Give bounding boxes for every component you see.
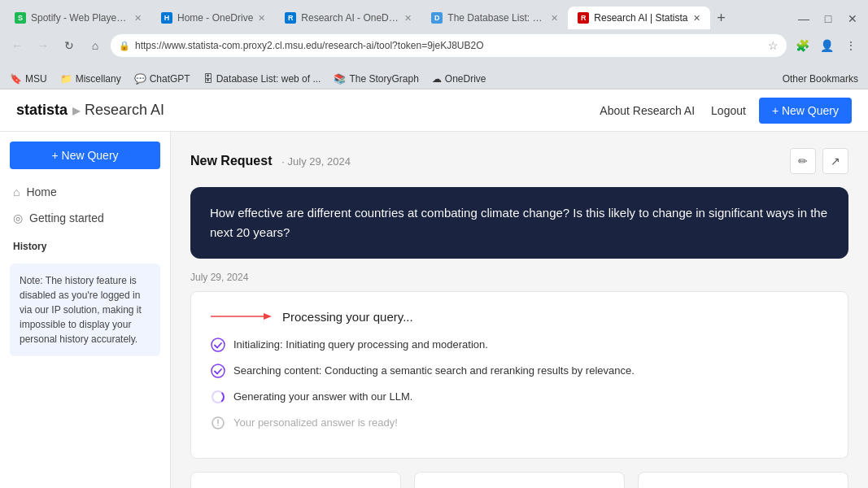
app-container: statista ▸ Research AI About Research AI… <box>0 89 868 488</box>
bookmark-storygraph-label: The StoryGraph <box>349 73 418 85</box>
reload-button[interactable]: ↻ <box>59 35 80 56</box>
toolbar-icons: 🧩 👤 ⋮ <box>792 35 861 56</box>
brand-product: Research AI <box>85 102 164 119</box>
bookmark-chatgpt-label: ChatGPT <box>150 73 190 85</box>
bookmark-miscellany[interactable]: 📁 Miscellany <box>57 72 124 86</box>
sidebar-item-home[interactable]: ⌂ Home <box>0 179 170 205</box>
sidebar-home-label: Home <box>26 185 56 198</box>
bookmark-chatgpt[interactable]: 💬 ChatGPT <box>131 72 194 86</box>
logout-link[interactable]: Logout <box>711 104 746 117</box>
tab-research-ai-onedrive-title: Research AI - OneDrive <box>301 12 399 24</box>
bookmark-storygraph-icon: 📚 <box>334 73 346 85</box>
step-4: Your personalized answer is ready! <box>211 416 828 434</box>
request-date: · July 29, 2024 <box>281 155 351 168</box>
processing-header: Processing your query... <box>211 308 828 325</box>
loading-card-1 <box>190 472 401 488</box>
other-bookmarks-label: Other Bookmarks <box>783 73 858 85</box>
browser-chrome: S Spotify - Web Player: Music fo... ✕ H … <box>0 0 868 68</box>
loading-card-3 <box>638 472 848 488</box>
request-title-container: New Request · July 29, 2024 <box>190 154 351 168</box>
bookmark-onedrive[interactable]: ☁ OneDrive <box>429 72 490 86</box>
tab-onedrive-home-title: Home - OneDrive <box>177 12 253 24</box>
processing-card: Processing your query... Initializing: I… <box>190 291 848 459</box>
maximize-button[interactable]: □ <box>818 8 839 29</box>
tab-onedrive-home-close[interactable]: ✕ <box>258 13 265 24</box>
step-3-loading-icon <box>211 390 225 407</box>
content-area: New Request · July 29, 2024 ✏ ↗ How effe… <box>171 132 868 488</box>
tab-research-ai-onedrive[interactable]: R Research AI - OneDrive ✕ <box>275 7 421 29</box>
forward-button[interactable]: → <box>33 35 54 56</box>
profile-icon[interactable]: 👤 <box>816 35 837 56</box>
home-icon: ⌂ <box>13 185 20 198</box>
sidebar-new-query-container: + New Query <box>10 142 160 169</box>
step-4-pending-icon <box>211 416 225 434</box>
arrow-graphic <box>211 308 276 325</box>
address-bar-row: ← → ↻ ⌂ 🔒 https://www.statista-com.proxy… <box>0 29 868 62</box>
close-window-button[interactable]: ✕ <box>842 8 863 29</box>
svg-point-2 <box>212 338 225 351</box>
bookmark-miscellany-label: Miscellany <box>76 73 121 85</box>
bookmarks-bar: 🔖 MSU 📁 Miscellany 💬 ChatGPT 🗄 Database … <box>0 68 868 89</box>
tab-research-ai-onedrive-close[interactable]: ✕ <box>404 13 412 24</box>
step-4-text: Your personalized answer is ready! <box>233 416 398 430</box>
share-button[interactable]: ↗ <box>822 148 848 174</box>
tab-database-list-title: The Database List: statista <box>447 12 546 24</box>
bookmark-database-icon: 🗄 <box>203 73 213 85</box>
step-1: Initializing: Initiating query processin… <box>211 338 828 355</box>
home-button[interactable]: ⌂ <box>85 35 106 56</box>
brand: statista ▸ Research AI <box>16 102 164 120</box>
history-note: Note: The history feature is disabled as… <box>10 264 160 356</box>
sidebar-new-query-button[interactable]: + New Query <box>10 142 160 169</box>
step-2: Searching content: Conducting a semantic… <box>211 364 828 381</box>
sidebar: + New Query ⌂ Home ◎ Getting started His… <box>0 132 171 488</box>
edit-button[interactable]: ✏ <box>790 148 816 174</box>
svg-point-7 <box>217 425 219 426</box>
bookmark-miscellany-icon: 📁 <box>60 73 72 85</box>
tab-spotify-title: Spotify - Web Player: Music fo... <box>31 12 129 24</box>
bookmark-msu-icon: 🔖 <box>10 73 22 85</box>
step-3: Generating your answer with our LLM. <box>211 390 828 407</box>
top-new-query-button[interactable]: + New Query <box>759 98 852 124</box>
sidebar-item-getting-started[interactable]: ◎ Getting started <box>0 205 170 231</box>
step-2-text: Searching content: Conducting a semantic… <box>233 364 635 378</box>
history-section-title: History <box>0 231 170 257</box>
processing-date: July 29, 2024 <box>190 272 848 283</box>
main-body: + New Query ⌂ Home ◎ Getting started His… <box>0 132 868 488</box>
address-bar[interactable]: 🔒 https://www.statista-com.proxy2.cl.msu… <box>111 34 787 57</box>
request-actions: ✏ ↗ <box>790 148 848 174</box>
about-link[interactable]: About Research AI <box>600 104 695 117</box>
step-1-text: Initializing: Initiating query processin… <box>233 338 488 352</box>
getting-started-icon: ◎ <box>13 211 23 224</box>
tab-research-ai-statista[interactable]: R Research AI | Statista ✕ <box>568 7 709 29</box>
tab-database-list-close[interactable]: ✕ <box>551 13 558 24</box>
extensions-icon[interactable]: 🧩 <box>792 35 813 56</box>
query-bubble: How effective are different countries at… <box>190 187 848 259</box>
tab-onedrive-home[interactable]: H Home - OneDrive ✕ <box>151 7 275 29</box>
minimize-button[interactable]: — <box>793 8 814 29</box>
tab-spotify-close[interactable]: ✕ <box>134 13 142 24</box>
bookmark-msu[interactable]: 🔖 MSU <box>7 72 50 86</box>
bookmark-storygraph[interactable]: 📚 The StoryGraph <box>330 72 421 86</box>
other-bookmarks[interactable]: Other Bookmarks <box>779 72 861 86</box>
new-tab-button[interactable]: + <box>710 7 733 29</box>
request-header: New Request · July 29, 2024 ✏ ↗ <box>190 148 848 174</box>
sidebar-getting-started-label: Getting started <box>29 211 104 224</box>
tab-research-ai-statista-close[interactable]: ✕ <box>693 13 700 24</box>
step-2-done-icon <box>211 364 225 381</box>
processing-title: Processing your query... <box>282 310 413 324</box>
tab-database-list[interactable]: D The Database List: statista ✕ <box>421 7 568 29</box>
top-nav: statista ▸ Research AI About Research AI… <box>0 89 868 132</box>
loading-cards <box>190 472 848 488</box>
star-icon[interactable]: ☆ <box>768 39 779 52</box>
request-title: New Request <box>190 154 272 168</box>
tab-spotify[interactable]: S Spotify - Web Player: Music fo... ✕ <box>5 7 151 29</box>
step-3-text: Generating your answer with our LLM. <box>233 390 412 404</box>
lock-icon: 🔒 <box>119 41 130 51</box>
svg-point-3 <box>212 364 225 377</box>
menu-icon[interactable]: ⋮ <box>840 35 861 56</box>
back-button[interactable]: ← <box>7 35 28 56</box>
tab-research-ai-statista-title: Research AI | Statista <box>594 12 687 24</box>
address-url: https://www.statista-com.proxy2.cl.msu.e… <box>135 40 763 51</box>
bookmark-chatgpt-icon: 💬 <box>134 73 146 85</box>
bookmark-database[interactable]: 🗄 Database List: web of ... <box>200 72 325 86</box>
